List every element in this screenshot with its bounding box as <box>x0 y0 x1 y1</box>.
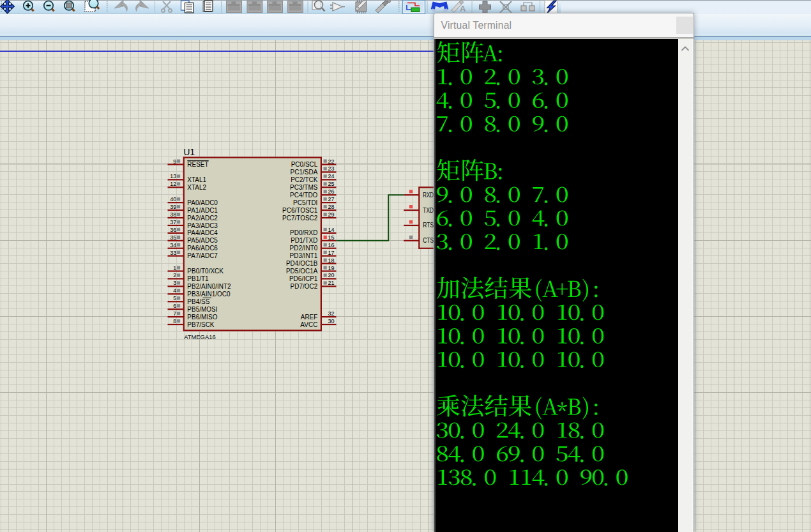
svg-text:PB3/AIN1/OC0: PB3/AIN1/OC0 <box>187 291 231 298</box>
svg-text:40: 40 <box>170 196 176 202</box>
svg-text:21: 21 <box>328 280 335 286</box>
svg-text:35: 35 <box>170 234 176 241</box>
svg-text:23: 23 <box>328 165 335 172</box>
svg-text:PC2/TCK: PC2/TCK <box>291 176 318 183</box>
svg-text:PB0/T0/XCK: PB0/T0/XCK <box>187 268 224 275</box>
svg-text:22: 22 <box>328 158 335 165</box>
svg-text:PD1/TXD: PD1/TXD <box>291 237 317 244</box>
svg-text:PB4/SS: PB4/SS <box>187 298 209 305</box>
svg-text:PC5/TDI: PC5/TDI <box>293 199 317 206</box>
svg-text:18: 18 <box>328 257 335 264</box>
svg-text:XTAL1: XTAL1 <box>187 176 206 183</box>
svg-text:19: 19 <box>328 265 335 271</box>
svg-text:PB2/AIN0/INT2: PB2/AIN0/INT2 <box>187 283 231 290</box>
svg-text:24: 24 <box>328 173 335 179</box>
svg-text:7: 7 <box>173 310 176 317</box>
svg-text:AVCC: AVCC <box>300 321 317 328</box>
svg-text:PC0/SCL: PC0/SCL <box>291 161 318 168</box>
svg-text:15: 15 <box>328 234 335 241</box>
svg-text:16: 16 <box>328 242 335 248</box>
svg-text:PD5/OC1A: PD5/OC1A <box>286 268 318 275</box>
svg-text:9: 9 <box>173 158 176 165</box>
svg-text:PD3/INT1: PD3/INT1 <box>289 252 317 259</box>
svg-text:ATMEGA16: ATMEGA16 <box>184 334 216 340</box>
svg-text:26: 26 <box>328 188 335 195</box>
svg-text:8: 8 <box>173 318 176 324</box>
svg-text:PD2/INT0: PD2/INT0 <box>289 245 317 252</box>
svg-text:33: 33 <box>170 250 176 256</box>
svg-text:39: 39 <box>170 204 176 210</box>
svg-text:34: 34 <box>170 242 176 248</box>
svg-text:PD7/OC2: PD7/OC2 <box>291 283 318 290</box>
svg-text:PB6/MISO: PB6/MISO <box>187 314 217 321</box>
svg-text:36: 36 <box>170 227 176 233</box>
svg-text:PA3/ADC3: PA3/ADC3 <box>187 222 218 229</box>
svg-text:PB7/SCK: PB7/SCK <box>187 321 215 328</box>
svg-text:PC1/SDA: PC1/SDA <box>291 169 318 176</box>
svg-text:32: 32 <box>328 310 335 317</box>
svg-text:30: 30 <box>328 318 335 324</box>
svg-text:U1: U1 <box>184 146 195 157</box>
svg-text:1: 1 <box>173 265 176 271</box>
svg-text:13: 13 <box>170 173 176 179</box>
svg-text:PA5/ADC5: PA5/ADC5 <box>187 237 218 244</box>
svg-text:PC3/TMS: PC3/TMS <box>290 184 318 191</box>
svg-text:RESET: RESET <box>187 161 208 168</box>
svg-text:3: 3 <box>173 280 176 286</box>
svg-text:28: 28 <box>328 204 335 210</box>
svg-text:4: 4 <box>173 287 176 294</box>
svg-text:RXD: RXD <box>423 191 434 199</box>
svg-text:38: 38 <box>170 211 176 218</box>
svg-text:CTS: CTS <box>423 236 434 244</box>
svg-text:PB1/T1: PB1/T1 <box>187 275 209 282</box>
svg-text:A: A <box>460 4 466 13</box>
svg-text:PB5/MOSI: PB5/MOSI <box>187 306 217 313</box>
svg-text:RTS: RTS <box>423 221 434 229</box>
svg-text:2: 2 <box>173 272 176 278</box>
svg-text:PA4/ADC4: PA4/ADC4 <box>187 229 218 236</box>
svg-text:5: 5 <box>173 295 176 301</box>
svg-text:14: 14 <box>328 227 335 233</box>
svg-text:17: 17 <box>328 250 335 256</box>
svg-text:12: 12 <box>170 181 176 187</box>
svg-text:PD4/OC1B: PD4/OC1B <box>286 260 318 267</box>
svg-text:TXD: TXD <box>423 206 434 214</box>
svg-text:XTAL2: XTAL2 <box>187 184 206 191</box>
svg-text:37: 37 <box>170 219 176 225</box>
svg-text:20: 20 <box>328 272 335 278</box>
svg-text:PC7/TOSC2: PC7/TOSC2 <box>282 215 318 222</box>
svg-text:PA0/ADC0: PA0/ADC0 <box>187 199 218 206</box>
svg-text:PA6/ADC6: PA6/ADC6 <box>187 245 218 252</box>
svg-text:25: 25 <box>328 181 335 187</box>
svg-text:29: 29 <box>328 211 335 218</box>
svg-text:PA7/ADC7: PA7/ADC7 <box>187 252 218 259</box>
svg-text:AREF: AREF <box>301 314 318 321</box>
svg-text:27: 27 <box>328 196 335 202</box>
svg-text:PC6/TOSC1: PC6/TOSC1 <box>282 207 318 214</box>
svg-text:PD6/ICP1: PD6/ICP1 <box>289 275 318 282</box>
svg-text:PA1/ADC1: PA1/ADC1 <box>187 207 218 214</box>
svg-text:PC4/TDO: PC4/TDO <box>290 192 318 199</box>
svg-text:6: 6 <box>173 303 176 309</box>
svg-text:PA2/ADC2: PA2/ADC2 <box>187 215 218 222</box>
svg-text:PD0/RXD: PD0/RXD <box>290 229 317 236</box>
